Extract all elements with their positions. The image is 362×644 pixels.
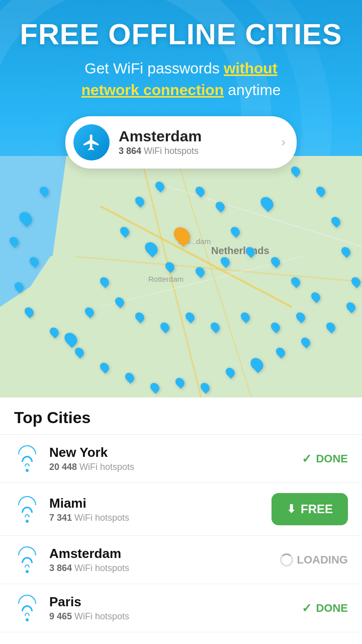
city-status: LOADING: [280, 553, 348, 567]
city-status[interactable]: ⬇ FREE: [272, 493, 348, 525]
city-item-hotspots-label: WiFi hotspots: [74, 513, 129, 523]
map-pin-2: [20, 211, 31, 225]
hero-section: FREE OFFLINE CITIES Get WiFi passwords w…: [0, 0, 362, 397]
map-pin-42: [241, 312, 249, 322]
map-pin-1: [40, 186, 48, 196]
wifi-dot: [26, 570, 29, 573]
city-card-hotspots-num: 3 864: [119, 146, 141, 156]
city-status: ✓DONE: [302, 452, 348, 466]
subtitle-before: Get WiFi passwords: [84, 60, 224, 76]
wifi-arc-mid: [22, 507, 33, 513]
wifi-arc-mid: [22, 605, 33, 611]
map-pin-49: [85, 307, 94, 317]
map-area: Netherlands Rotterdam Am...dam: [0, 156, 362, 397]
city-list-item[interactable]: Amsterdam 3 864 WiFi hotspots LOADING: [0, 536, 362, 584]
wifi-arc-outer: [18, 546, 36, 555]
map-pin-30: [136, 196, 144, 206]
map-pin-8: [75, 347, 83, 357]
subtitle-after: anytime: [224, 82, 281, 98]
map-pin-21: [342, 247, 350, 257]
city-item-hotspots-num: 20 448: [49, 462, 77, 472]
map-pin-14: [226, 367, 234, 377]
city-item-info: New York 20 448 WiFi hotspots: [49, 445, 302, 472]
wifi-icon: [14, 546, 40, 573]
done-label: DONE: [316, 602, 348, 615]
map-pin-39: [312, 292, 320, 302]
map-pin-17: [302, 337, 310, 347]
city-list-item[interactable]: New York 20 448 WiFi hotspots ✓DONE: [0, 435, 362, 483]
city-item-hotspots: 3 864 WiFi hotspots: [49, 563, 280, 574]
map-pin-5: [15, 282, 23, 292]
done-label: DONE: [316, 452, 348, 465]
city-card-name: Amsterdam: [119, 128, 276, 145]
bottom-section: Top Cities New York 20 448 WiFi hotspots…: [0, 397, 362, 632]
map-pin-19: [347, 302, 355, 312]
wifi-arc-outer: [18, 496, 36, 505]
city-card[interactable]: Amsterdam 3 864 WiFi hotspots ›: [65, 116, 297, 169]
hero-title: FREE OFFLINE CITIES: [12, 18, 350, 50]
map-pin-11: [151, 382, 159, 392]
checkmark-icon: ✓: [302, 452, 312, 466]
download-icon: ⬇: [287, 503, 296, 516]
map-pin-41: [272, 322, 280, 332]
wifi-arc-outer: [18, 445, 36, 454]
map-pin-7: [50, 327, 58, 337]
map-pin-amsterdam-main: [175, 226, 189, 245]
map-pin-26: [231, 226, 239, 236]
map-pin-50: [65, 332, 76, 346]
city-list-item[interactable]: Paris 9 465 WiFi hotspots ✓DONE: [0, 584, 362, 632]
roads-overlay: Netherlands Rotterdam Am...dam: [0, 156, 362, 397]
wifi-icon: [14, 496, 40, 523]
city-item-hotspots: 7 341 WiFi hotspots: [49, 513, 272, 523]
wifi-dot: [26, 618, 29, 621]
map-pin-4: [30, 257, 38, 267]
city-item-info: Amsterdam 3 864 WiFi hotspots: [49, 546, 280, 574]
wifi-dot: [26, 469, 29, 472]
map-pin-32: [146, 242, 157, 256]
map-pin-20: [352, 277, 360, 287]
map-pin-37: [272, 257, 280, 267]
wifi-arc-inner: [25, 514, 30, 517]
map-pin-6: [25, 307, 33, 317]
map-pin-44: [186, 312, 194, 322]
loading-label: LOADING: [297, 553, 348, 567]
chevron-right-icon: ›: [281, 134, 286, 150]
city-list-item[interactable]: Miami 7 341 WiFi hotspots ⬇ FREE: [0, 483, 362, 536]
free-label: FREE: [301, 502, 333, 516]
section-title: Top Cities: [0, 397, 362, 435]
map-pin-12: [176, 377, 184, 387]
loading-spinner: [280, 553, 293, 567]
city-item-info: Paris 9 465 WiFi hotspots: [49, 594, 302, 622]
city-card-hotspots-label: WiFi hotspots: [144, 146, 199, 156]
map-pin-47: [116, 297, 124, 307]
map-pin-35: [221, 257, 229, 267]
wifi-arc-inner: [25, 613, 30, 616]
map-pin-31: [121, 226, 129, 236]
city-item-hotspots-label: WiFi hotspots: [79, 462, 134, 472]
map-pin-28: [196, 186, 204, 196]
map-pin-40: [297, 312, 305, 322]
svg-text:Rotterdam: Rotterdam: [148, 275, 184, 283]
wifi-arc-mid: [22, 456, 33, 462]
free-download-button[interactable]: ⬇ FREE: [272, 493, 348, 525]
map-pin-34: [196, 267, 204, 277]
map-pin-3: [10, 236, 18, 247]
wifi-icon: [14, 445, 40, 472]
map-pin-38: [292, 277, 300, 287]
map-pin-43: [211, 322, 219, 332]
city-item-name: Paris: [49, 594, 302, 610]
city-item-hotspots-num: 3 864: [49, 563, 72, 573]
map-pin-24: [292, 166, 300, 176]
city-item-hotspots-num: 9 465: [49, 611, 72, 621]
map-pin-25: [261, 196, 273, 210]
wifi-icon: [14, 595, 40, 621]
city-item-name: Miami: [49, 496, 272, 511]
map-background: Netherlands Rotterdam Am...dam: [0, 156, 362, 397]
map-pin-48: [101, 277, 109, 287]
hero-text: FREE OFFLINE CITIES Get WiFi passwords w…: [0, 0, 362, 101]
city-item-info: Miami 7 341 WiFi hotspots: [49, 496, 272, 523]
subtitle-highlight1: without: [224, 60, 278, 76]
city-item-hotspots: 9 465 WiFi hotspots: [49, 611, 302, 622]
svg-text:Netherlands: Netherlands: [211, 245, 269, 256]
city-card-hotspots: 3 864 WiFi hotspots: [119, 146, 276, 156]
